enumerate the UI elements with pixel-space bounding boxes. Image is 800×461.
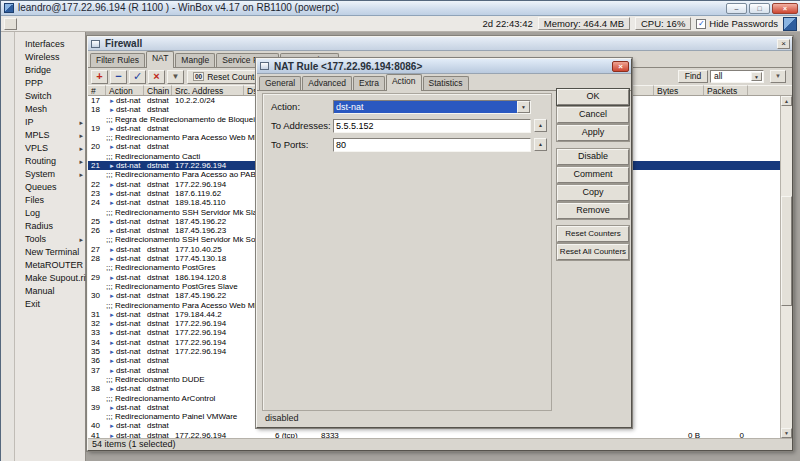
sidebar-item-interfaces[interactable]: Interfaces xyxy=(15,38,85,51)
cancel-button[interactable]: Cancel xyxy=(557,107,629,123)
minimize-button[interactable]: – xyxy=(726,3,747,14)
dialog-tab-statistics[interactable]: Statistics xyxy=(423,76,469,90)
cell-bytes xyxy=(654,403,704,412)
reset-all-counters-button[interactable]: Reset All Counters xyxy=(557,244,629,260)
cell-bytes xyxy=(654,338,704,347)
cell-bytes xyxy=(654,347,704,356)
dialog-tab-extra[interactable]: Extra xyxy=(353,76,385,90)
apply-button[interactable]: Apply xyxy=(557,125,629,141)
dialog-tab-action[interactable]: Action xyxy=(386,74,422,91)
sidebar-item-new-terminal[interactable]: New Terminal xyxy=(15,246,85,259)
column-header-action[interactable]: Action xyxy=(106,85,144,95)
filter-icon[interactable]: ▼ xyxy=(167,70,184,84)
close-button[interactable]: × xyxy=(772,3,798,14)
cell-chain: dstnat xyxy=(144,347,172,356)
cell-action: ►dst-nat xyxy=(106,105,144,114)
sidebar-item-vpls[interactable]: VPLS▸ xyxy=(15,142,85,155)
action-select[interactable]: dst-nat ▼ xyxy=(333,100,531,114)
chevron-down-icon[interactable]: ▼ xyxy=(751,72,762,81)
remove-button[interactable]: Remove xyxy=(557,203,629,219)
sidebar-item-label: Interfaces xyxy=(25,39,65,49)
to-ports-collapse-icon[interactable]: ▲ xyxy=(534,138,547,151)
comment-button[interactable]: Comment xyxy=(557,167,629,183)
app-toolbar: 2d 22:43:42 Memory: 464.4 MB CPU: 16% ✓ … xyxy=(1,16,800,32)
reset-counters-button[interactable]: Reset Counters xyxy=(557,226,629,242)
dialog-window-icon xyxy=(260,62,269,70)
scroll-down-icon[interactable]: ▼ xyxy=(781,428,792,438)
sidebar-item-switch[interactable]: Switch xyxy=(15,90,85,103)
action-text: dst-nat xyxy=(116,356,140,365)
disable-icon[interactable]: × xyxy=(148,70,165,84)
column-header-src-address[interactable]: Src. Address xyxy=(172,85,244,95)
table-row[interactable]: 41►dst-natdstnat177.22.96.1946 (tcp)8333… xyxy=(88,431,792,438)
to-addresses-input[interactable]: 5.5.5.152 xyxy=(333,119,531,133)
cell-bytes xyxy=(654,328,704,337)
sidebar-item-tools[interactable]: Tools▸ xyxy=(15,233,85,246)
sidebar-item-log[interactable]: Log xyxy=(15,207,85,220)
to-ports-input[interactable]: 80 xyxy=(333,138,531,152)
sidebar-item-metarouter[interactable]: MetaROUTER xyxy=(15,259,85,272)
filter-button[interactable]: ▼ xyxy=(770,70,786,83)
sidebar-item-exit[interactable]: Exit xyxy=(15,298,85,311)
column-header-blank[interactable]: # xyxy=(88,85,106,95)
column-header-packets[interactable]: Packets xyxy=(704,85,748,95)
cell-src-address: 177.22.96.194 xyxy=(172,180,244,189)
sidebar-item-wireless[interactable]: Wireless xyxy=(15,51,85,64)
sidebar-item-mesh[interactable]: Mesh xyxy=(15,103,85,116)
hide-passwords-checkbox[interactable]: ✓ xyxy=(696,19,706,29)
sidebar-item-ip[interactable]: IP▸ xyxy=(15,116,85,129)
scroll-up-icon[interactable]: ▲ xyxy=(781,96,792,106)
sidebar-item-make-supout-rif[interactable]: Make Supout.rif xyxy=(15,272,85,285)
maximize-button[interactable]: □ xyxy=(749,3,770,14)
action-text: dst-nat xyxy=(116,180,140,189)
cell-number: 22 xyxy=(88,180,106,189)
cell-chain: dstnat xyxy=(144,319,172,328)
dialog-tab-advanced[interactable]: Advanced xyxy=(302,76,352,90)
sidebar-item-files[interactable]: Files xyxy=(15,194,85,207)
dst-nat-icon: ► xyxy=(109,358,115,364)
firewall-titlebar[interactable]: Firewall × xyxy=(88,37,792,51)
tab-nat[interactable]: NAT xyxy=(146,51,174,68)
cpu-indicator[interactable]: CPU: 16% xyxy=(635,17,691,30)
cell-src-address xyxy=(172,142,244,151)
sidebar-item-manual[interactable]: Manual xyxy=(15,285,85,298)
sidebar-item-ppp[interactable]: PPP xyxy=(15,77,85,90)
session-icon[interactable] xyxy=(4,18,17,30)
cell-number: 29 xyxy=(88,273,106,282)
filter-select[interactable]: all ▼ xyxy=(710,70,764,83)
enable-icon[interactable]: ✓ xyxy=(129,70,146,84)
dst-nat-icon: ► xyxy=(109,219,115,225)
dialog-title: NAT Rule <177.22.96.194:8086> xyxy=(274,61,422,72)
copy-button[interactable]: Copy xyxy=(557,185,629,201)
cell-src-address xyxy=(172,366,244,375)
app-titlebar[interactable]: leandro@177.22.96.194 (R 1100 ) - WinBox… xyxy=(1,1,800,16)
sidebar-item-routing[interactable]: Routing▸ xyxy=(15,155,85,168)
memory-indicator[interactable]: Memory: 464.4 MB xyxy=(538,17,630,30)
submenu-arrow-icon: ▸ xyxy=(79,142,83,155)
scrollbar-thumb[interactable] xyxy=(781,196,792,306)
tab-filter-rules[interactable]: Filter Rules xyxy=(90,53,145,67)
disable-button[interactable]: Disable xyxy=(557,149,629,165)
sidebar-item-system[interactable]: System▸ xyxy=(15,168,85,181)
add-icon[interactable]: + xyxy=(91,70,108,84)
action-text: dst-nat xyxy=(116,310,140,319)
to-addresses-collapse-icon[interactable]: ▲ xyxy=(534,119,547,132)
column-header-chain[interactable]: Chain xyxy=(144,85,172,95)
column-header-bytes[interactable]: Bytes xyxy=(654,85,704,95)
action-dropdown-icon[interactable]: ▼ xyxy=(517,101,530,113)
hide-passwords-toggle[interactable]: ✓ Hide Passwords xyxy=(696,18,778,29)
dst-nat-icon: ► xyxy=(109,330,115,336)
sidebar-item-bridge[interactable]: Bridge xyxy=(15,64,85,77)
app-title: leandro@177.22.96.194 (R 1100 ) - WinBox… xyxy=(18,2,339,13)
sidebar-item-mpls[interactable]: MPLS▸ xyxy=(15,129,85,142)
sidebar-item-radius[interactable]: Radius xyxy=(15,220,85,233)
sidebar-item-queues[interactable]: Queues xyxy=(15,181,85,194)
firewall-close-button[interactable]: × xyxy=(777,39,790,49)
find-button[interactable]: Find xyxy=(678,70,708,83)
vertical-scrollbar[interactable]: ▲ ▼ xyxy=(780,96,792,438)
cell-number: 33 xyxy=(88,328,106,337)
ok-button[interactable]: OK xyxy=(557,89,629,105)
remove-icon[interactable]: − xyxy=(110,70,127,84)
dialog-tab-general[interactable]: General xyxy=(259,76,301,90)
tab-mangle[interactable]: Mangle xyxy=(175,53,215,67)
